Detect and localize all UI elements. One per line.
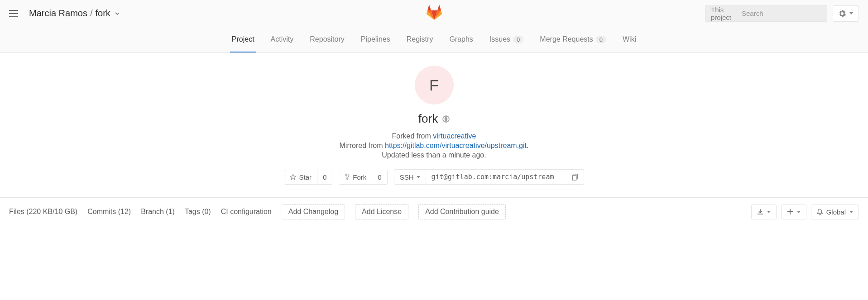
- tab-activity[interactable]: Activity: [269, 27, 296, 52]
- copy-icon: [572, 174, 578, 181]
- issues-count-badge: 0: [513, 36, 523, 43]
- forked-prefix: Forked from: [392, 132, 433, 140]
- chevron-down-icon[interactable]: [115, 12, 120, 15]
- stat-tags[interactable]: Tags (0): [185, 208, 211, 216]
- fork-button[interactable]: Fork: [339, 170, 372, 185]
- tab-registry[interactable]: Registry: [405, 27, 435, 52]
- protocol-label: SSH: [400, 173, 414, 181]
- add-contribution-button[interactable]: Add Contribution guide: [418, 204, 506, 219]
- stat-ci[interactable]: CI configuration: [221, 208, 272, 216]
- clone-url-input[interactable]: [426, 169, 566, 185]
- star-icon: [290, 174, 296, 180]
- caret-down-icon: [797, 211, 801, 213]
- project-name: fork: [418, 112, 438, 126]
- caret-down-icon: [767, 211, 771, 213]
- fork-icon: [345, 174, 350, 180]
- tab-pipelines[interactable]: Pipelines: [359, 27, 392, 52]
- mirror-suffix: .: [527, 142, 528, 149]
- download-icon: [757, 209, 763, 215]
- svg-point-4: [347, 178, 348, 180]
- mirrored-from-line: Mirrored from https://gitlab.com/virtuac…: [0, 142, 868, 150]
- search-scope[interactable]: This project: [705, 6, 737, 21]
- notification-button[interactable]: Global: [811, 205, 859, 219]
- svg-point-2: [345, 174, 347, 176]
- gitlab-logo[interactable]: [426, 5, 443, 22]
- stats-bar: Files (220 KB/10 GB) Commits (12) Branch…: [0, 197, 868, 226]
- tab-mr-label: Merge Requests: [540, 35, 593, 43]
- mirrored-prefix: Mirrored from: [340, 142, 385, 149]
- forked-from-link[interactable]: virtuacreative: [433, 132, 476, 140]
- fork-label: Fork: [353, 173, 366, 181]
- tab-graphs[interactable]: Graphs: [447, 27, 475, 52]
- forked-from-line: Forked from virtuacreative: [0, 132, 868, 140]
- copy-url-button[interactable]: [566, 169, 584, 185]
- stat-commits[interactable]: Commits (12): [87, 208, 131, 216]
- hamburger-icon: [9, 10, 18, 17]
- star-group: Star 0: [284, 170, 332, 185]
- mirror-url-link[interactable]: https://gitlab.com/virtuacreative/upstre…: [385, 142, 527, 149]
- gitlab-logo-icon: [426, 5, 443, 21]
- stat-files[interactable]: Files (220 KB/10 GB): [9, 208, 77, 216]
- stat-branch[interactable]: Branch (1): [141, 208, 175, 216]
- bell-icon: [817, 209, 823, 215]
- settings-button[interactable]: [833, 5, 859, 22]
- tab-merge-requests[interactable]: Merge Requests 0: [538, 27, 608, 52]
- star-button[interactable]: Star: [284, 170, 317, 185]
- plus-icon: [787, 209, 793, 215]
- notification-label: Global: [826, 208, 846, 216]
- search-input[interactable]: [737, 10, 832, 17]
- breadcrumb-project[interactable]: fork: [95, 8, 110, 19]
- breadcrumb-owner[interactable]: Marcia Ramos: [29, 8, 87, 19]
- tab-wiki[interactable]: Wiki: [621, 27, 638, 52]
- svg-rect-5: [572, 175, 576, 180]
- star-label: Star: [299, 173, 312, 181]
- tab-issues[interactable]: Issues 0: [488, 27, 525, 52]
- caret-down-icon: [849, 12, 853, 14]
- tab-issues-label: Issues: [489, 35, 510, 43]
- download-button[interactable]: [751, 205, 777, 219]
- globe-icon: [442, 115, 450, 123]
- caret-down-icon: [417, 176, 420, 178]
- mr-count-badge: 0: [596, 36, 606, 43]
- svg-point-3: [348, 174, 349, 176]
- add-changelog-button[interactable]: Add Changelog: [282, 204, 345, 219]
- updated-line: Updated less than a minute ago.: [0, 151, 868, 159]
- gear-icon: [839, 10, 846, 17]
- project-title: fork: [0, 112, 868, 126]
- project-avatar: F: [415, 66, 454, 105]
- tab-project[interactable]: Project: [230, 27, 256, 52]
- search-box[interactable]: This project: [705, 5, 827, 22]
- nav-tabs: Project Activity Repository Pipelines Re…: [0, 27, 868, 53]
- protocol-dropdown[interactable]: SSH: [394, 169, 426, 185]
- breadcrumb[interactable]: Marcia Ramos / fork: [29, 8, 120, 19]
- star-count[interactable]: 0: [317, 170, 332, 185]
- caret-down-icon: [849, 211, 853, 213]
- fork-group: Fork 0: [339, 170, 387, 185]
- clone-group: SSH: [394, 169, 584, 185]
- fork-count[interactable]: 0: [372, 170, 387, 185]
- add-license-button[interactable]: Add License: [355, 204, 408, 219]
- menu-toggle[interactable]: [9, 10, 18, 17]
- breadcrumb-separator: /: [90, 8, 93, 19]
- add-button[interactable]: [781, 205, 806, 219]
- tab-repository[interactable]: Repository: [308, 27, 346, 52]
